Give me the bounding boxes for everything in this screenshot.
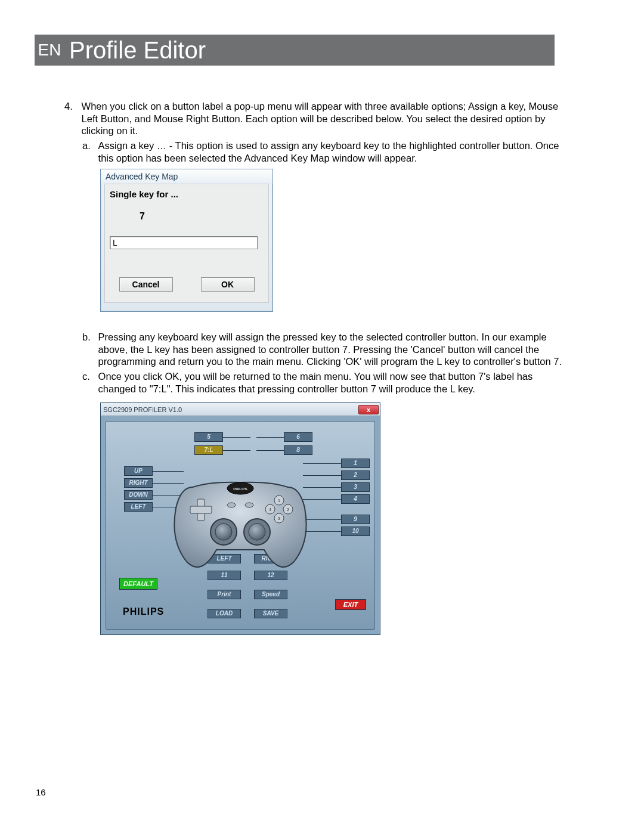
page-number: 16 (36, 787, 46, 797)
header-bar: EN Profile Editor (35, 35, 555, 66)
label-4[interactable]: 4 (341, 494, 370, 504)
sub-letter-c: c. (82, 370, 95, 383)
ok-button[interactable]: OK (201, 277, 255, 292)
advanced-key-map-dialog: Advanced Key Map Single key for ... 7 L … (100, 169, 273, 312)
label-1[interactable]: 1 (341, 459, 370, 468)
step-4-text: When you click on a button label a pop-u… (82, 100, 571, 137)
svg-point-16 (249, 524, 265, 540)
profiler-window: SGC2909 PROFILER V1.0 x 5 6 7:L 8 UP RIG… (100, 402, 380, 635)
sub-bc-block: b. Pressing any keyboard key will assign… (64, 331, 583, 395)
label-6[interactable]: 6 (284, 432, 312, 442)
single-key-label: Single key for ... (110, 189, 264, 199)
sub-c-text: Once you click OK, you will be returned … (98, 370, 569, 395)
svg-point-11 (227, 503, 236, 507)
button-number: 7 (110, 211, 264, 222)
key-input[interactable]: L (110, 236, 258, 249)
label-left[interactable]: LEFT (124, 502, 153, 512)
profiler-titlebar: SGC2909 PROFILER V1.0 x (101, 403, 380, 416)
svg-point-12 (245, 503, 253, 507)
label-10[interactable]: 10 (341, 527, 370, 536)
sub-a-text: Assign a key … - This option is used to … (98, 140, 569, 164)
controller-badge: PHILIPS (233, 487, 247, 491)
label-save[interactable]: SAVE (254, 609, 287, 618)
label-8[interactable]: 8 (284, 445, 312, 455)
brand-text: PHILIPS (123, 606, 164, 617)
svg-text:1: 1 (278, 498, 280, 503)
label-7[interactable]: 7:L (194, 445, 223, 455)
dialog-title: Advanced Key Map (101, 169, 273, 184)
label-12[interactable]: 12 (254, 571, 287, 580)
label-print[interactable]: Print (208, 590, 241, 599)
dialog-body: Single key for ... 7 L Cancel OK (104, 184, 269, 303)
label-5[interactable]: 5 (194, 432, 223, 442)
step-4-block: 4. When you click on a button label a po… (64, 100, 583, 164)
sub-letter-a: a. (82, 140, 95, 152)
svg-text:3: 3 (278, 516, 280, 521)
language-tag: EN (35, 41, 64, 60)
svg-text:4: 4 (269, 507, 271, 512)
svg-text:2: 2 (287, 507, 289, 512)
label-11[interactable]: 11 (208, 571, 241, 580)
default-button[interactable]: DEFAULT (119, 578, 157, 590)
exit-button[interactable]: EXIT (335, 599, 366, 610)
close-icon[interactable]: x (358, 405, 379, 414)
page-title: Profile Editor (64, 37, 206, 64)
sub-b-text: Pressing any keyboard key will assign th… (98, 331, 569, 368)
profiler-canvas: 5 6 7:L 8 UP RIGHT DOWN LEFT 1 2 3 4 9 1… (106, 421, 375, 630)
sub-letter-b: b. (82, 331, 95, 343)
label-down[interactable]: DOWN (124, 490, 153, 500)
cancel-button[interactable]: Cancel (119, 277, 173, 292)
label-3[interactable]: 3 (341, 482, 370, 492)
profiler-title: SGC2909 PROFILER V1.0 (103, 406, 182, 413)
controller-icon: PHILIPS 1 2 3 4 (169, 475, 312, 571)
label-up[interactable]: UP (124, 466, 153, 476)
label-right[interactable]: RIGHT (124, 478, 153, 488)
list-number: 4. (64, 100, 79, 113)
label-2[interactable]: 2 (341, 470, 370, 480)
label-9[interactable]: 9 (341, 515, 370, 524)
svg-point-14 (215, 524, 232, 540)
label-speed[interactable]: Speed (254, 590, 287, 599)
svg-rect-2 (190, 506, 212, 513)
label-load[interactable]: LOAD (208, 609, 241, 618)
